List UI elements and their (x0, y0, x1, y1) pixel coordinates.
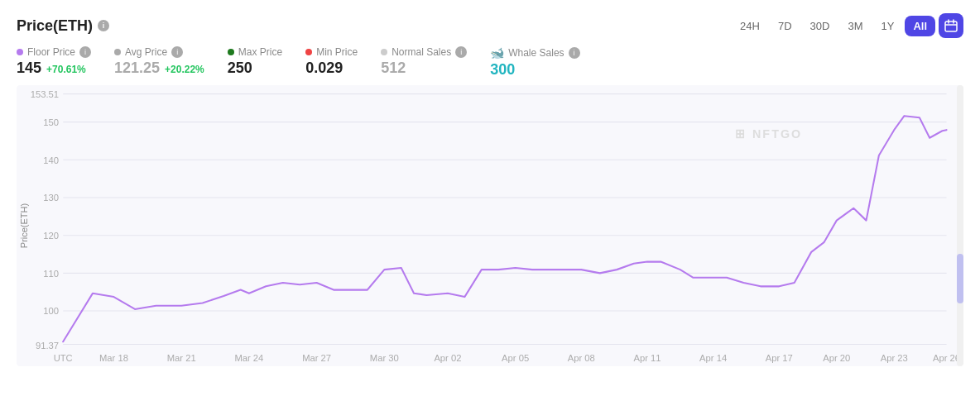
svg-text:110: 110 (43, 268, 59, 278)
svg-text:91.37: 91.37 (36, 341, 59, 351)
max-price-value: 250 (228, 60, 282, 77)
svg-rect-0 (945, 21, 957, 31)
svg-text:Mar 24: Mar 24 (234, 352, 264, 362)
y-axis-label: Price(ETH) (19, 203, 29, 248)
svg-text:153.51: 153.51 (31, 89, 59, 99)
svg-text:Apr 20: Apr 20 (823, 352, 850, 362)
max-price-label: Max Price (238, 46, 282, 58)
legend-avg-price: Avg Price i 121.25 +20.22% (114, 46, 204, 77)
time-buttons: 24H 7D 30D 3M 1Y All (733, 13, 963, 38)
svg-text:150: 150 (43, 117, 59, 127)
btn-24h[interactable]: 24H (733, 17, 767, 36)
normal-sales-label: Normal Sales (392, 46, 451, 58)
svg-text:Apr 08: Apr 08 (568, 352, 595, 362)
legend-max-price: Max Price 250 (228, 46, 282, 77)
avg-price-info[interactable]: i (171, 46, 183, 58)
floor-price-info[interactable]: i (79, 46, 91, 58)
header-row: Price(ETH) i 24H 7D 30D 3M 1Y All (17, 13, 963, 38)
legend-normal-sales: Normal Sales i 512 (381, 46, 467, 77)
avg-price-value: 121.25 (114, 60, 160, 77)
min-price-dot (305, 49, 312, 55)
chart-area: Price(ETH) 153.51 150 140 130 120 110 10… (17, 85, 963, 366)
avg-price-label: Avg Price (125, 46, 167, 58)
main-container: Price(ETH) i 24H 7D 30D 3M 1Y All (0, 0, 980, 420)
legend-floor-price: Floor Price i 145 +70.61% (17, 46, 91, 77)
btn-30d[interactable]: 30D (803, 17, 838, 36)
legend-min-price: Min Price 0.029 (305, 46, 358, 77)
svg-text:Apr 14: Apr 14 (699, 352, 728, 362)
whale-sales-info[interactable]: i (569, 47, 580, 59)
normal-sales-dot (381, 49, 387, 55)
btn-7d[interactable]: 7D (771, 17, 800, 36)
floor-price-value: 145 (17, 60, 41, 77)
calendar-icon (944, 19, 958, 32)
floor-price-dot (17, 49, 23, 55)
chart-title: Price(ETH) i (17, 17, 109, 35)
normal-sales-info[interactable]: i (455, 46, 467, 58)
floor-price-change: +70.61% (46, 64, 86, 75)
scrollbar-thumb[interactable] (957, 254, 963, 303)
whale-icon: 🐋 (490, 46, 504, 60)
legend-whale-sales: 🐋 Whale Sales i 300 (490, 46, 579, 79)
btn-3m[interactable]: 3M (840, 17, 870, 36)
whale-sales-label: Whale Sales (508, 47, 564, 59)
svg-text:130: 130 (43, 193, 59, 203)
avg-price-change: +20.22% (165, 64, 204, 75)
min-price-label: Min Price (316, 46, 358, 58)
svg-text:Mar 30: Mar 30 (370, 352, 399, 362)
title-info-icon[interactable]: i (98, 20, 109, 31)
avg-price-dot (114, 49, 121, 55)
svg-text:120: 120 (43, 231, 59, 241)
svg-text:Mar 18: Mar 18 (99, 352, 128, 362)
floor-price-label: Floor Price (27, 46, 75, 58)
svg-text:Apr 23: Apr 23 (881, 352, 908, 362)
whale-sales-value: 300 (490, 61, 579, 79)
svg-text:Apr 05: Apr 05 (502, 352, 529, 362)
svg-text:Mar 27: Mar 27 (302, 352, 331, 362)
svg-text:100: 100 (43, 306, 59, 316)
nftgo-watermark: ⊞ NFTGO (735, 126, 802, 140)
btn-all[interactable]: All (905, 16, 935, 36)
svg-text:Apr 17: Apr 17 (766, 352, 793, 362)
price-chart[interactable]: 153.51 150 140 130 120 110 100 91.37 UTC… (17, 85, 963, 366)
svg-text:140: 140 (43, 155, 59, 165)
btn-1y[interactable]: 1Y (873, 17, 901, 36)
svg-text:UTC: UTC (54, 352, 73, 362)
legend-row: Floor Price i 145 +70.61% Avg Price i 12… (17, 46, 963, 79)
max-price-dot (228, 49, 234, 55)
svg-text:Apr 02: Apr 02 (434, 352, 461, 362)
calendar-button[interactable] (939, 13, 963, 38)
svg-rect-4 (17, 85, 963, 366)
svg-text:Mar 21: Mar 21 (167, 352, 196, 362)
normal-sales-value: 512 (381, 60, 467, 77)
svg-text:Apr 11: Apr 11 (633, 352, 661, 362)
scrollbar-track (957, 85, 963, 366)
chart-title-text: Price(ETH) (17, 17, 93, 35)
min-price-value: 0.029 (305, 60, 358, 77)
